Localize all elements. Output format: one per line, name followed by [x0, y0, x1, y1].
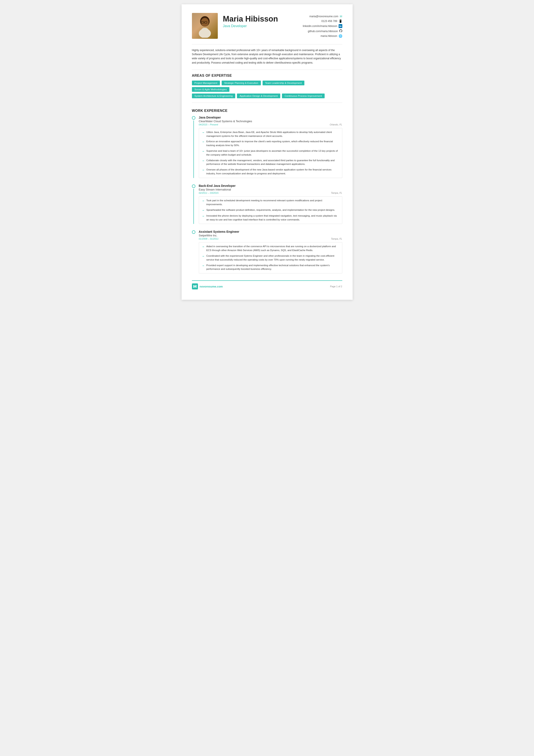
job-header-2: Back-End Java Developer	[199, 184, 342, 187]
bullet-text: Took part in the scheduled development m…	[206, 199, 339, 206]
email-icon: ✉	[340, 15, 342, 18]
tag-scrum-agile: Scrum & Agile Methodologies	[192, 87, 229, 92]
github-text: github.com/maria.hibisson	[308, 30, 338, 33]
portfolio-contact: maria.hibisson 🌐	[303, 34, 342, 38]
bullet-dash: −	[202, 168, 204, 172]
phone-contact: 0123 456 789 📱	[303, 19, 342, 23]
summary-text: Highly experienced, solutions-oriented p…	[192, 48, 342, 65]
bullet-2-3: − Innovated the phone devices by deployi…	[202, 214, 339, 222]
tag-team-leadership: Team Leadership & Development	[263, 81, 304, 85]
email-text: maria@novoresume.com	[309, 15, 338, 18]
footer-logo-text: novoresume.com	[200, 285, 223, 288]
novoresume-logo-icon	[192, 284, 198, 289]
job-meta-3: 01/2008 – 01/2011 Tampa, FL	[199, 237, 342, 240]
header: Maria Hibisson Java Developer maria@novo…	[192, 13, 342, 39]
name-area: Maria Hibisson Java Developer	[223, 13, 303, 28]
job-company-3: SwipeWire Inc.	[199, 234, 342, 237]
linkedin-text: linkedin.com/in/maria.hibisson	[303, 25, 337, 28]
tag-project-management: Project Management	[192, 81, 220, 85]
bullet-text: Innovated the phone devices by deploying…	[206, 214, 339, 222]
job-entry-3: Assistant Systems Engineer SwipeWire Inc…	[192, 230, 342, 274]
bullet-3-3: − Provided expert support in developing …	[202, 263, 339, 271]
phone-icon: 📱	[339, 19, 342, 23]
bullet-text: Collaborate closely with the management,…	[206, 159, 339, 166]
github-icon	[339, 29, 342, 33]
bullet-3-2: − Coordinated with the experienced Sytem…	[202, 254, 339, 262]
job-location-3: Tampa, FL	[331, 237, 342, 240]
bullet-dash: −	[202, 208, 204, 212]
job-title-3: Assistant Systems Engineer	[199, 230, 239, 233]
github-contact: github.com/maria.hibisson	[303, 29, 342, 33]
full-name: Maria Hibisson	[223, 15, 303, 23]
work-title: WORK EXPERIENCE	[192, 109, 342, 113]
timeline-3	[192, 230, 195, 274]
page-footer: novoresume.com Page 1 of 2	[192, 281, 342, 289]
bullet-dash: −	[202, 149, 204, 153]
job-content-1: Java Developer ClearWater Cloud Systems …	[199, 116, 342, 178]
job-location-1: Orlando, FL	[330, 123, 342, 126]
job-title: Java Developer	[223, 24, 303, 28]
job-dates-2: 02/2011 – 03/2015	[199, 192, 219, 194]
timeline-line-1	[193, 121, 194, 178]
portfolio-icon: 🌐	[339, 34, 342, 38]
job-header-3: Assistant Systems Engineer	[199, 230, 342, 233]
bullet-text: Oversee all phases of the development of…	[206, 168, 339, 176]
expertise-tags-row2: System Architecture & Engineering Applic…	[192, 94, 342, 98]
bullet-2-2: − Spearheaded the software product defin…	[202, 208, 339, 212]
job-meta-2: 02/2011 – 03/2015 Tampa, FL	[199, 192, 342, 194]
expertise-tags-container: Project Management Strategic Planning & …	[192, 81, 342, 92]
bullet-3-1: − Aided in overseeing the transition of …	[202, 245, 339, 252]
job-company-1: ClearWater Cloud Systems & Technologies	[199, 120, 342, 123]
bullet-text: Aided in overseeing the transition of th…	[206, 245, 339, 252]
bullet-text: Coordinated with the experienced Sytems …	[206, 254, 339, 262]
job-meta-1: 04/2015 – Present Orlando, FL	[199, 123, 342, 126]
job-bullets-1: − Utilize Java, Enterprise Java Bean, Ja…	[199, 128, 342, 178]
contact-area: maria@novoresume.com ✉ 0123 456 789 📱 li…	[303, 13, 342, 39]
bullet-text: Provided expert support in developing an…	[206, 263, 339, 271]
tag-application-design: Application Design & Development	[237, 94, 280, 98]
job-entry-2: Back-End Java Developer Easy Stream Inte…	[192, 184, 342, 224]
job-title-2: Back-End Java Developer	[199, 184, 236, 187]
bullet-1-4: − Collaborate closely with the managemen…	[202, 159, 339, 166]
bullet-dash: −	[202, 214, 204, 218]
bullet-1-3: − Supervise and lead a team of 10+ junio…	[202, 149, 339, 157]
bullet-1-2: − Enforce an innovative approach to impr…	[202, 140, 339, 148]
linkedin-contact: linkedin.com/in/maria.hibisson in	[303, 24, 342, 28]
job-dates-3: 01/2008 – 01/2011	[199, 237, 219, 240]
timeline-circle-1	[192, 116, 195, 120]
svg-point-6	[201, 28, 209, 34]
timeline-1	[192, 116, 195, 178]
phone-text: 0123 456 789	[321, 20, 337, 23]
bullet-text: Spearheaded the software product definit…	[206, 208, 335, 212]
job-company-2: Easy Stream International	[199, 188, 342, 191]
timeline-line-2	[193, 189, 194, 224]
linkedin-icon: in	[339, 24, 342, 28]
header-divider	[192, 44, 342, 44]
bullet-text: Utilize Java, Enterprise Java Bean, Java…	[206, 130, 339, 138]
avatar	[192, 13, 218, 39]
bullet-1-5: − Oversee all phases of the development …	[202, 168, 339, 176]
bullet-text: Enforce an innovative approach to improv…	[206, 140, 339, 148]
bullet-1-1: − Utilize Java, Enterprise Java Bean, Ja…	[202, 130, 339, 138]
bullet-text: Supervise and lead a team of 10+ junior …	[206, 149, 339, 157]
timeline-2	[192, 184, 195, 224]
tag-continuous-process: Continuous Process Improvement	[282, 94, 324, 98]
footer-page-number: Page 1 of 2	[330, 285, 342, 288]
footer-logo: novoresume.com	[192, 284, 223, 289]
summary-divider	[192, 69, 342, 70]
resume-page: Maria Hibisson Java Developer maria@novo…	[182, 4, 353, 300]
email-contact: maria@novoresume.com ✉	[303, 15, 342, 18]
job-title-1: Java Developer	[199, 116, 221, 119]
bullet-dash: −	[202, 131, 204, 134]
tag-strategic-planning: Strategic Planning & Execution	[222, 81, 261, 85]
portfolio-text: maria.hibisson	[320, 35, 337, 38]
tag-system-architecture: System Architecture & Engineering	[192, 94, 236, 98]
work-experience-section: WORK EXPERIENCE Java Developer ClearWate…	[192, 109, 342, 274]
bullet-2-1: − Took part in the scheduled development…	[202, 199, 339, 206]
expertise-title: AREAS OF EXPERTISE	[192, 74, 342, 78]
timeline-circle-3	[192, 230, 195, 234]
job-header-1: Java Developer	[199, 116, 342, 119]
job-bullets-2: − Took part in the scheduled development…	[199, 196, 342, 224]
timeline-circle-2	[192, 184, 195, 188]
job-content-3: Assistant Systems Engineer SwipeWire Inc…	[199, 230, 342, 274]
